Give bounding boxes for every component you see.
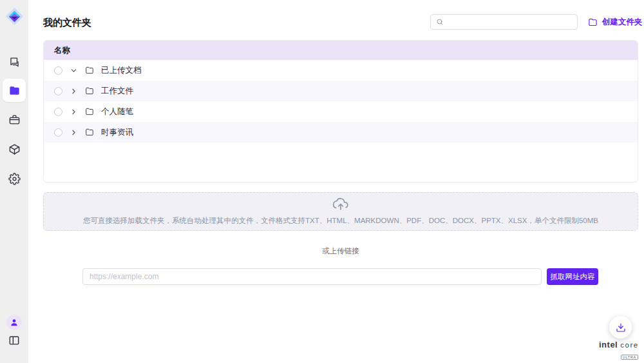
search-input[interactable] <box>444 15 577 28</box>
row-checkbox[interactable] <box>54 87 62 95</box>
table-header-name: 名称 <box>44 41 638 60</box>
table-row[interactable]: 时事资讯 <box>44 122 638 142</box>
fetch-url-button[interactable]: 抓取网址内容 <box>547 268 598 285</box>
sidebar-item-chat[interactable] <box>3 50 26 74</box>
folder-name[interactable]: 已上传文档 <box>101 65 142 76</box>
upload-dropzone[interactable]: 您可直接选择加载文件夹，系统自动处理其中的文件，文件格式支持TXT、HTML、M… <box>43 192 638 231</box>
app-window: 我的文件夹 创建文件夹 名称 已上传文档 工作文件 个人 <box>0 0 644 363</box>
sidebar <box>0 0 28 363</box>
cube-icon <box>8 143 21 155</box>
user-avatar[interactable] <box>6 315 22 330</box>
folder-name[interactable]: 工作文件 <box>101 86 133 97</box>
chevron-down-icon[interactable] <box>70 66 78 75</box>
row-checkbox[interactable] <box>54 128 62 137</box>
folder-name[interactable]: 个人随笔 <box>101 106 133 117</box>
chevron-right-icon[interactable] <box>70 87 78 95</box>
intel-core-logo: intel core ULTRA <box>599 340 639 361</box>
sidebar-item-settings[interactable] <box>3 167 26 190</box>
folder-icon <box>8 84 21 97</box>
page-title: 我的文件夹 <box>43 17 91 29</box>
folder-icon <box>85 128 94 137</box>
table-row[interactable]: 已上传文档 <box>44 60 638 81</box>
folder-icon <box>85 86 94 95</box>
table-row[interactable]: 工作文件 <box>44 81 638 101</box>
folder-icon <box>85 66 94 75</box>
upload-hint-text: 您可直接选择加载文件夹，系统自动处理其中的文件，文件格式支持TXT、HTML、M… <box>44 216 638 226</box>
folder-table: 名称 已上传文档 工作文件 个人随笔 时事资讯 <box>43 40 638 182</box>
app-logo-icon[interactable] <box>5 7 24 26</box>
folder-name[interactable]: 时事资讯 <box>101 127 133 138</box>
briefcase-icon <box>8 113 21 126</box>
sidebar-item-folders[interactable] <box>3 79 26 102</box>
core-word: core <box>620 341 638 349</box>
collapse-sidebar-button[interactable] <box>8 334 21 347</box>
intel-word: intel <box>599 340 618 349</box>
row-checkbox[interactable] <box>54 108 62 116</box>
sidebar-item-workspace[interactable] <box>3 108 26 131</box>
folder-plus-icon <box>588 17 598 27</box>
url-input[interactable] <box>82 268 542 285</box>
gear-icon <box>8 173 21 185</box>
chat-icon <box>8 56 21 68</box>
intel-ultra-badge: ULTRA <box>621 355 638 360</box>
create-folder-button[interactable]: 创建文件夹 <box>588 17 643 28</box>
person-icon <box>10 318 19 327</box>
or-upload-link-label: 或上传链接 <box>43 246 638 256</box>
table-row[interactable]: 个人随笔 <box>44 101 638 122</box>
search-box[interactable] <box>430 14 578 30</box>
cloud-upload-icon <box>332 198 349 212</box>
folder-icon <box>85 107 94 116</box>
chevron-right-icon[interactable] <box>70 108 78 116</box>
sidebar-item-models[interactable] <box>3 137 26 161</box>
chevron-right-icon[interactable] <box>70 128 78 137</box>
download-icon <box>616 322 626 333</box>
search-icon <box>436 18 444 26</box>
row-checkbox[interactable] <box>54 66 62 75</box>
download-fab-button[interactable] <box>609 316 632 338</box>
panel-left-icon <box>8 334 21 347</box>
create-folder-label: 创建文件夹 <box>602 17 643 28</box>
